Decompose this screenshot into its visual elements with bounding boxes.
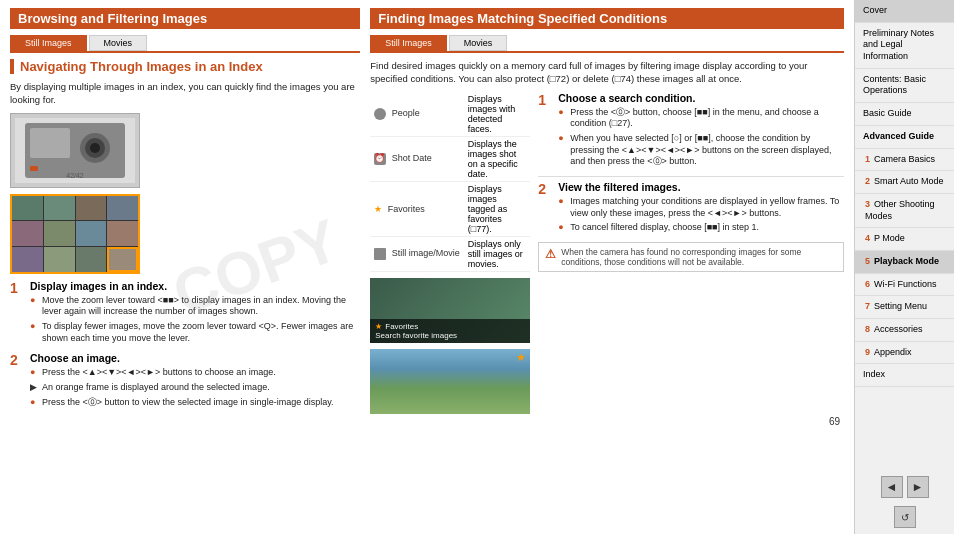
sidebar-item-contents[interactable]: Contents: Basic Operations (855, 69, 954, 103)
filter-table: People Displays images with detected fac… (370, 92, 530, 272)
right-step-1-title: Choose a search condition. (558, 92, 844, 104)
bullet-icon: ● (558, 222, 566, 234)
step-2-content: Choose an image. ● Press the <▲><▼><◄><►… (30, 352, 360, 411)
bullet-icon: ● (30, 295, 38, 318)
field-image: ★ (370, 349, 530, 414)
camera-index-image: 42/42 (10, 113, 140, 188)
svg-point-5 (90, 143, 100, 153)
tab-still-images-right[interactable]: Still Images (370, 35, 447, 51)
sidebar-item-prelim[interactable]: Preliminary Notes and Legal Information (855, 23, 954, 69)
thumbnail-grid-container (10, 194, 360, 274)
sidebar-item-ch3[interactable]: 3Other Shooting Modes (855, 194, 954, 228)
right-section-title: Finding Images Matching Specified Condit… (370, 8, 844, 29)
step-2: 2 Choose an image. ● Press the <▲><▼><◄>… (10, 352, 360, 411)
divider (538, 176, 844, 177)
right-step-num-1: 1 (538, 92, 552, 171)
sidebar-item-ch5[interactable]: 5Playback Mode (855, 251, 954, 274)
bullet-icon: ● (30, 367, 38, 379)
image-icon (374, 248, 386, 260)
field-star-icon: ★ (516, 351, 526, 364)
right-inner: People Displays images with detected fac… (370, 92, 844, 414)
right-intro-text: Find desired images quickly on a memory … (370, 59, 844, 86)
tab-still-images-left[interactable]: Still Images (10, 35, 87, 51)
right-column: Finding Images Matching Specified Condit… (370, 8, 844, 429)
thumb-cell (12, 247, 43, 272)
home-button[interactable]: ↺ (894, 506, 916, 528)
filter-row-stillmovie: Still image/Movie Displays only still im… (370, 236, 530, 271)
thumb-cell (76, 221, 107, 246)
sidebar-item-ch6[interactable]: 6Wi-Fi Functions (855, 274, 954, 297)
overlay-star-icon: ★ (375, 322, 382, 331)
clock-icon: ⏰ (374, 153, 386, 165)
sidebar-item-cover[interactable]: Cover (855, 0, 954, 23)
sidebar: Cover Preliminary Notes and Legal Inform… (854, 0, 954, 534)
tab-movies-right[interactable]: Movies (449, 35, 508, 51)
favorites-line: ★ Favorites (375, 322, 525, 331)
warning-icon: ⚠ (545, 247, 557, 261)
step-num-1: 1 (10, 280, 24, 348)
sidebar-item-index[interactable]: Index (855, 364, 954, 387)
right-step-2-bullet-1: ● Images matching your conditions are di… (558, 196, 844, 219)
content-columns: Browsing and Filtering Images Still Imag… (10, 8, 844, 429)
thumb-cell (76, 196, 107, 221)
step-1-content: Display images in an index. ● Move the z… (30, 280, 360, 348)
subsection-title: Navigating Through Images in an Index (10, 59, 360, 74)
prev-arrow[interactable]: ◄ (881, 476, 903, 498)
bullet-icon: ● (558, 107, 566, 130)
sidebar-item-ch2[interactable]: 2Smart Auto Mode (855, 171, 954, 194)
right-step-2: 2 View the filtered images. ● Images mat… (538, 181, 844, 237)
thumb-cell (12, 196, 43, 221)
right-step-1: 1 Choose a search condition. ● Press the… (538, 92, 844, 171)
bullet-icon: ● (558, 196, 566, 219)
sidebar-item-ch1[interactable]: 1Camera Basics (855, 149, 954, 172)
thumb-cell (44, 247, 75, 272)
filter-row-people: People Displays images with detected fac… (370, 92, 530, 137)
svg-rect-2 (30, 128, 70, 158)
sidebar-item-ch4[interactable]: 4P Mode (855, 228, 954, 251)
right-step-num-2: 2 (538, 181, 552, 237)
next-arrow[interactable]: ► (907, 476, 929, 498)
search-overlay: ★ Favorites Search favorite images (370, 319, 530, 343)
thumb-cell-selected (107, 247, 138, 272)
right-col-right: 1 Choose a search condition. ● Press the… (538, 92, 844, 414)
thumb-cell (76, 247, 107, 272)
step-1-bullet-2: ● To display fewer images, move the zoom… (30, 321, 360, 344)
left-column: Browsing and Filtering Images Still Imag… (10, 8, 360, 429)
page-number: 69 (370, 414, 844, 429)
svg-rect-6 (30, 166, 38, 171)
bullet-icon: ● (30, 321, 38, 344)
thumb-cell (44, 221, 75, 246)
left-section-title: Browsing and Filtering Images (10, 8, 360, 29)
sidebar-item-ch9[interactable]: 9Appendix (855, 342, 954, 365)
search-favorites-image: ★ Favorites Search favorite images (370, 278, 530, 343)
intro-text: By displaying multiple images in an inde… (10, 80, 360, 107)
people-icon (374, 108, 386, 120)
star-icon: ★ (374, 204, 382, 214)
right-step-1-bullet-1: ● Press the <⓪> button, choose [■■] in t… (558, 107, 844, 130)
bullet-icon: ● (30, 397, 38, 409)
step-1-title: Display images in an index. (30, 280, 360, 292)
thumb-cell (12, 221, 43, 246)
step-2-title: Choose an image. (30, 352, 360, 364)
filter-row-favorites: ★ Favorites Displays images tagged as fa… (370, 181, 530, 236)
svg-text:42/42: 42/42 (66, 172, 84, 179)
sidebar-item-ch8[interactable]: 8Accessories (855, 319, 954, 342)
filter-row-shotdate: ⏰ Shot Date Displays the images shot on … (370, 136, 530, 181)
step-2-bullet-3: ● Press the <⓪> button to view the selec… (30, 397, 360, 409)
step-1: 1 Display images in an index. ● Move the… (10, 280, 360, 348)
bullet-icon: ● (558, 133, 566, 168)
home-nav-container: ↺ (855, 504, 954, 534)
right-step-2-title: View the filtered images. (558, 181, 844, 193)
right-step-1-bullet-2: ● When you have selected [○] or [■■], ch… (558, 133, 844, 168)
right-step-2-bullet-2: ● To cancel filtered display, choose [■■… (558, 222, 844, 234)
thumb-cell (107, 196, 138, 221)
step-1-bullet-1: ● Move the zoom lever toward <■■> to dis… (30, 295, 360, 318)
sidebar-item-ch7[interactable]: 7Setting Menu (855, 296, 954, 319)
arrow-icon: ▶ (30, 382, 38, 394)
sidebar-item-advanced-guide[interactable]: Advanced Guide (855, 126, 954, 149)
thumb-cell (107, 221, 138, 246)
left-tab-bar: Still Images Movies (10, 35, 360, 53)
main-content: COPY Browsing and Filtering Images Still… (0, 0, 854, 534)
tab-movies-left[interactable]: Movies (89, 35, 148, 51)
sidebar-item-basic-guide[interactable]: Basic Guide (855, 103, 954, 126)
